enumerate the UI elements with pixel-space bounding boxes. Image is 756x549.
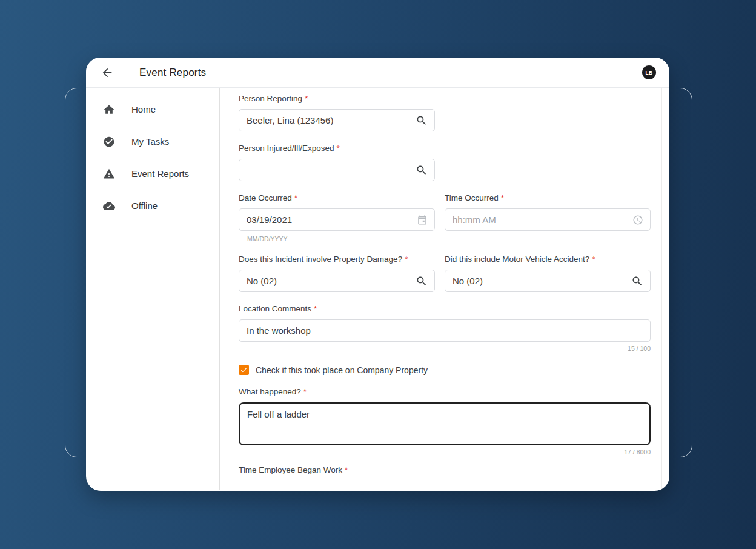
location-comments-counter: 15 / 100 [239, 345, 651, 352]
motor-vehicle-field [445, 270, 651, 292]
sidebar-item-label: Home [131, 104, 156, 115]
motor-vehicle-input[interactable] [453, 276, 631, 286]
sidebar-item-home[interactable]: Home [86, 93, 219, 125]
sidebar-item-label: My Tasks [131, 136, 169, 147]
person-injured-label: Person Injured/Ill/Exposed* [239, 144, 651, 153]
time-began-work-label: Time Employee Began Work* [239, 465, 651, 475]
event-reports-window: Event Reports LB Home My Tasks [86, 58, 669, 491]
cloud-done-icon [103, 200, 115, 212]
search-icon [631, 275, 643, 287]
time-occurred-field [445, 208, 651, 231]
back-button[interactable] [99, 65, 115, 81]
property-damage-field [239, 270, 435, 292]
motor-vehicle-label: Did this include Motor Vehicle Accident?… [445, 255, 651, 264]
company-property-checkbox-row[interactable]: Check if this took place on Company Prop… [239, 365, 651, 375]
date-format-helper: MM/DD/YYYY [247, 235, 435, 242]
property-damage-input[interactable] [247, 276, 416, 286]
date-occurred-input[interactable] [247, 215, 417, 225]
location-comments-label: Location Comments* [239, 304, 651, 314]
card-body: Home My Tasks Event Reports Offline [86, 88, 669, 490]
person-injured-input[interactable] [247, 165, 416, 175]
calendar-icon [417, 215, 428, 225]
sidebar-item-offline[interactable]: Offline [86, 190, 219, 222]
check-circle-icon [103, 136, 115, 148]
sidebar-item-label: Offline [131, 201, 158, 211]
person-reporting-input[interactable] [247, 115, 416, 125]
what-happened-counter: 17 / 8000 [239, 448, 651, 456]
sidebar-item-label: Event Reports [131, 168, 189, 179]
location-comments-field [239, 319, 651, 342]
warning-icon [103, 168, 115, 180]
what-happened-label: What happened?* [239, 387, 651, 397]
avatar[interactable]: LB [642, 65, 656, 79]
sidebar: Home My Tasks Event Reports Offline [86, 88, 220, 490]
motor-vehicle-search-button[interactable] [631, 275, 643, 287]
date-occurred-label: Date Occurred* [239, 193, 435, 203]
back-arrow-icon [101, 66, 114, 79]
person-injured-search-button[interactable] [416, 164, 428, 176]
location-comments-input[interactable] [247, 325, 643, 336]
search-icon [416, 164, 428, 176]
time-occurred-label: Time Occurred* [445, 193, 651, 203]
date-picker-button[interactable] [417, 215, 428, 225]
what-happened-textarea[interactable]: Fell off a ladder [239, 402, 651, 445]
sidebar-item-event-reports[interactable]: Event Reports [86, 158, 219, 190]
time-occurred-input[interactable] [453, 215, 632, 225]
page-title: Event Reports [139, 67, 206, 79]
company-property-checkbox[interactable] [239, 365, 249, 375]
check-icon [240, 366, 248, 374]
app-bar: Event Reports LB [86, 58, 669, 88]
property-damage-label: Does this Incident involve Property Dama… [239, 255, 435, 264]
person-reporting-search-button[interactable] [416, 115, 428, 127]
form-area: Person Reporting* Person Injured/Ill/Exp… [220, 88, 669, 490]
person-injured-field [239, 159, 435, 181]
time-picker-button[interactable] [632, 215, 643, 225]
home-icon [103, 104, 115, 116]
search-icon [416, 115, 428, 127]
person-reporting-label: Person Reporting* [239, 94, 651, 104]
company-property-checkbox-label: Check if this took place on Company Prop… [256, 365, 428, 375]
search-icon [416, 275, 428, 287]
person-reporting-field [239, 109, 435, 131]
property-damage-search-button[interactable] [416, 275, 428, 287]
scrollbar-track[interactable] [662, 88, 662, 490]
clock-icon [632, 215, 643, 225]
avatar-initials: LB [645, 70, 652, 76]
sidebar-item-my-tasks[interactable]: My Tasks [86, 125, 219, 158]
date-occurred-field [239, 208, 435, 231]
